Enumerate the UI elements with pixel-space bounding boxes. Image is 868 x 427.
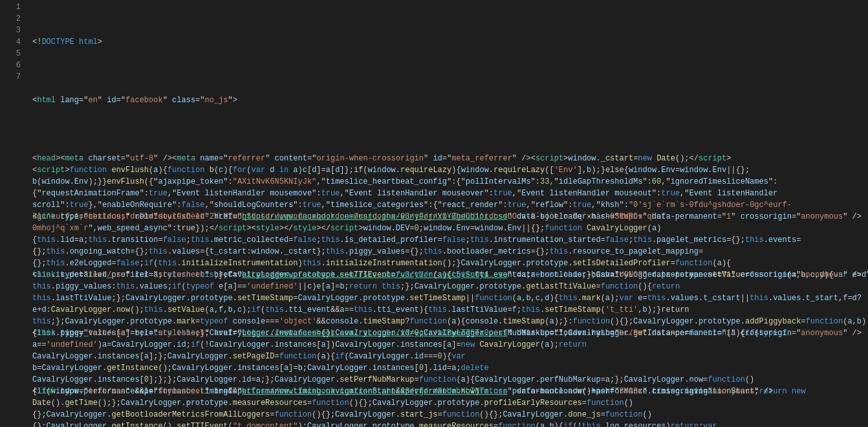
- code-line-3: <head><meta charset="utf-8" /><meta name…: [32, 153, 868, 164]
- editor-container: 1 2 3 4 5 6 7 <!DOCTYPE html> <html lang…: [0, 0, 868, 427]
- line-num-5: 5: [0, 48, 21, 60]
- line-num-2: 2: [0, 13, 21, 25]
- line-numbers: 1 2 3 4 5 6 7: [0, 0, 26, 427]
- line-num-1: 1: [0, 1, 21, 13]
- code-line-7: <link type="text/css" rel="stylesheet" h…: [32, 386, 868, 397]
- code-line-4: <link type="text/css" rel="stylesheet" h…: [32, 211, 868, 223]
- code-line-1: <!DOCTYPE html>: [32, 36, 868, 48]
- line-num-4: 4: [0, 36, 21, 48]
- code-content[interactable]: <!DOCTYPE html> <html lang="en" id="face…: [26, 0, 868, 427]
- line-num-6: 6: [0, 60, 21, 71]
- line-num-3: 3: [0, 25, 21, 36]
- code-line-6: <link type="text/css" rel="stylesheet" h…: [32, 327, 868, 339]
- code-line-2: <html lang="en" id="facebook" class="no_…: [32, 94, 868, 106]
- line-num-7: 7: [0, 71, 21, 83]
- code-line-5: <link type="text/css" rel="stylesheet" h…: [32, 269, 868, 281]
